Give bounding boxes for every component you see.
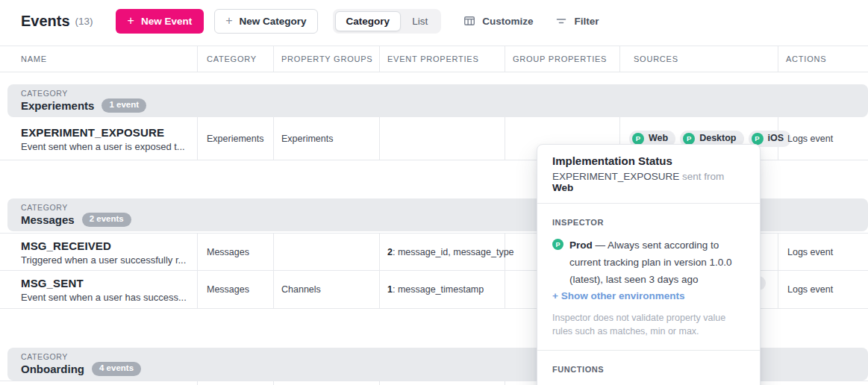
source-label: Desktop	[699, 133, 736, 144]
column-divider	[197, 271, 198, 308]
category-cell: Messages	[207, 247, 249, 257]
column-divider	[379, 271, 380, 308]
category-name: Onboarding	[21, 363, 84, 375]
show-other-environments-link[interactable]: + Show other environments	[552, 290, 745, 301]
popover-subtitle-text: sent from	[679, 171, 724, 182]
event-properties-cell: 2: message_id, message_type	[387, 247, 514, 257]
column-divider	[778, 46, 778, 72]
event-name-cell: MSG_SENT Event sent when a user has succ…	[21, 277, 187, 303]
functions-section: FUNCTIONS ? Dev — Not implemented with A…	[537, 351, 760, 385]
column-divider	[273, 117, 274, 160]
plus-icon: +	[225, 15, 232, 27]
popover-event-name: EXPERIMENT_EXPOSURE	[552, 171, 679, 182]
column-divider	[505, 46, 505, 72]
implementation-status-popover: Implementation Status EXPERIMENT_EXPOSUR…	[537, 144, 761, 385]
column-divider	[778, 271, 778, 308]
event-name-cell: MSG_RECEIVED Triggered when a user succe…	[21, 239, 186, 265]
inspector-section: INSPECTOR P Prod — Always sent according…	[537, 204, 760, 350]
filter-icon	[555, 15, 567, 27]
column-divider	[505, 117, 505, 160]
event-description: Triggered when a user successfully r...	[21, 254, 186, 265]
column-divider	[778, 234, 778, 270]
column-header-event-properties: EVENT PROPERTIES	[387, 54, 479, 63]
source-label: iOS	[768, 133, 784, 144]
column-divider	[273, 234, 274, 270]
column-divider	[197, 381, 198, 385]
column-divider	[619, 46, 620, 72]
category-band-label: CATEGORY	[21, 89, 868, 98]
event-properties-cell: 1: message_timestamp	[387, 284, 484, 295]
event-count-badge: 1 event	[102, 98, 146, 113]
events-page: Events (13) + New Event + New Category C…	[0, 0, 868, 385]
column-header-property-groups: PROPERTY GROUPS	[281, 54, 372, 63]
column-divider	[505, 381, 505, 385]
event-name: EXPERIMENT_EXPOSURE	[21, 125, 185, 138]
column-header-group-properties: GROUP PROPERTIES	[513, 54, 607, 63]
column-header-category: CATEGORY	[207, 54, 257, 63]
view-toggle: Category List	[333, 9, 442, 34]
inspector-status-item: P Prod — Always sent according to curren…	[552, 237, 745, 288]
status-description: — Always sent according to current track…	[569, 240, 732, 285]
page-title: Events	[21, 13, 70, 30]
column-divider	[505, 271, 505, 308]
columns-icon	[463, 15, 475, 27]
event-description: Event sent when a user is exposed t...	[21, 140, 185, 151]
event-properties-list: : message_timestamp	[393, 284, 484, 295]
category-cell: Messages	[207, 284, 249, 295]
new-event-button[interactable]: + New Event	[116, 9, 204, 34]
event-properties-count: 1	[387, 284, 393, 295]
customize-button[interactable]: Customize	[463, 15, 533, 27]
event-description: Event sent when a user has success...	[21, 292, 187, 303]
inspector-section-label: INSPECTOR	[552, 218, 745, 227]
category-name: Experiements	[21, 99, 94, 112]
popover-source-name: Web	[552, 182, 573, 193]
column-divider	[197, 46, 198, 72]
property-groups-cell: Channels	[281, 284, 321, 295]
event-name: MSG_RECEIVED	[21, 239, 186, 251]
property-groups-cell: Experiments	[281, 134, 333, 144]
column-header-actions: ACTIONS	[786, 54, 826, 63]
event-count-badge: 2 events	[82, 213, 131, 227]
actions-cell: Logs event	[787, 284, 833, 295]
implementation-status-icon: P	[552, 239, 563, 250]
tab-list-view[interactable]: List	[401, 11, 439, 31]
column-header-name: NAME	[21, 54, 47, 63]
column-divider	[197, 234, 198, 270]
column-divider	[379, 117, 380, 160]
implementation-status-icon: P	[632, 133, 644, 145]
column-divider	[197, 117, 198, 160]
new-category-button[interactable]: + New Category	[214, 9, 317, 34]
column-divider	[379, 46, 380, 72]
new-event-label: New Event	[141, 16, 192, 27]
toolbar: Events (13) + New Event + New Category C…	[0, 0, 868, 42]
column-divider	[379, 234, 380, 270]
tab-category-view[interactable]: Category	[335, 11, 402, 31]
implementation-status-icon: P	[752, 133, 764, 145]
filter-button[interactable]: Filter	[555, 15, 599, 27]
popover-subtitle: EXPERIMENT_EXPOSURE sent from Web	[552, 171, 745, 193]
filter-label: Filter	[574, 16, 599, 27]
event-name: MSG_SENT	[21, 277, 187, 289]
environment-name: Prod	[569, 240, 593, 251]
popover-title: Implementation Status	[552, 154, 745, 167]
table-header: NAME CATEGORY PROPERTY GROUPS EVENT PROP…	[0, 46, 868, 72]
actions-cell: Logs event	[787, 134, 833, 144]
column-header-sources: SOURCES	[634, 54, 678, 63]
category-band-experiements: CATEGORY Experiements 1 event	[7, 84, 868, 117]
implementation-status-icon: P	[683, 133, 695, 145]
event-properties-count: 2	[387, 247, 393, 257]
inspector-status-text: Prod — Always sent according to current …	[569, 237, 745, 288]
functions-section-label: FUNCTIONS	[552, 365, 745, 374]
plus-icon: +	[128, 15, 134, 27]
popover-header: Implementation Status EXPERIMENT_EXPOSUR…	[537, 145, 760, 203]
category-cell: Experiements	[207, 134, 263, 144]
event-name-cell: EXPERIMENT_EXPOSURE Event sent when a us…	[21, 125, 185, 151]
column-divider	[273, 271, 274, 308]
event-count-badge: 4 events	[92, 362, 141, 376]
category-name: Messages	[21, 213, 75, 226]
column-divider	[379, 381, 380, 385]
event-properties-list: : message_id, message_type	[393, 247, 514, 257]
customize-label: Customize	[482, 16, 533, 27]
column-divider	[273, 381, 274, 385]
actions-cell: Logs event	[787, 247, 833, 257]
